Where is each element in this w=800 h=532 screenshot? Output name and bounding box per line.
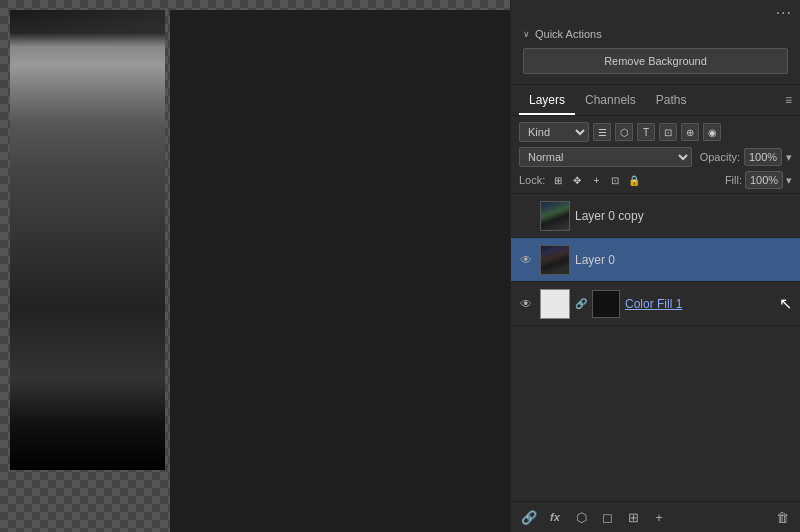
filter-icon-pixel[interactable]: ⬡ <box>615 123 633 141</box>
opacity-value[interactable]: 100% <box>744 148 782 166</box>
lock-label: Lock: <box>519 174 545 186</box>
canvas-dark-background <box>170 10 510 532</box>
filter-icon-list[interactable]: ☰ <box>593 123 611 141</box>
fill-value[interactable]: 100% <box>745 171 783 189</box>
thumb-photo-0 <box>541 246 569 274</box>
layer-list: 👁 Layer 0 copy 👁 Layer 0 👁 🔗 <box>511 194 800 501</box>
filter-kind-select[interactable]: Kind <box>519 122 589 142</box>
canvas-area <box>0 0 510 532</box>
layer-mask-colorfill1 <box>592 290 620 318</box>
toolbar-group-icon[interactable]: ⊞ <box>623 507 643 527</box>
layer-item-colorfill1[interactable]: 👁 🔗 Color Fill 1 ↖ <box>511 282 800 326</box>
panel-area: ··· ∨ Quick Actions Remove Background La… <box>510 0 800 532</box>
layer-thumbnail-colorfill1-white <box>540 289 570 319</box>
toolbar-new-layer-icon[interactable]: + <box>649 507 669 527</box>
canvas-photo <box>10 10 165 470</box>
opacity-chevron[interactable]: ▾ <box>786 151 792 164</box>
layers-panel: Layers Channels Paths ≡ Kind ☰ ⬡ T ⊡ ⊕ <box>511 85 800 532</box>
layer-thumbnail-layer0-copy <box>540 201 570 231</box>
thumb-photo-0copy <box>541 202 569 230</box>
tab-paths[interactable]: Paths <box>646 85 697 115</box>
collapse-arrow-icon[interactable]: ∨ <box>523 29 530 39</box>
photo-content <box>10 10 165 470</box>
fill-label: Fill: <box>725 174 742 186</box>
layer-name-layer0-copy: Layer 0 copy <box>575 209 794 223</box>
quick-actions-header: ∨ Quick Actions <box>523 28 788 40</box>
layers-tabs-row: Layers Channels Paths ≡ <box>511 85 800 116</box>
cursor-pointer-icon: ↖ <box>779 294 792 313</box>
layer-chain-icon: 🔗 <box>575 298 587 309</box>
lock-row: Lock: ⊞ ✥ + ⊡ 🔒 Fill: 100% ▾ <box>519 171 792 189</box>
layer-visibility-colorfill1[interactable]: 👁 <box>517 297 535 311</box>
toolbar-adjustment-icon[interactable]: ⬡ <box>571 507 591 527</box>
tab-layers[interactable]: Layers <box>519 85 575 115</box>
filter-icon-shape[interactable]: ⊡ <box>659 123 677 141</box>
toolbar-fx-icon[interactable]: fx <box>545 507 565 527</box>
layer-name-layer0: Layer 0 <box>575 253 794 267</box>
panel-top-bar: ··· <box>511 0 800 20</box>
filter-row: Kind ☰ ⬡ T ⊡ ⊕ ◉ <box>519 122 792 142</box>
tabs-menu-icon[interactable]: ≡ <box>785 93 792 107</box>
layer-item-layer0-copy[interactable]: 👁 Layer 0 copy <box>511 194 800 238</box>
lock-all-icon[interactable]: 🔒 <box>626 172 642 188</box>
blend-row: Normal Opacity: 100% ▾ <box>519 147 792 167</box>
layers-toolbar: 🔗 fx ⬡ ◻ ⊞ + 🗑 <box>511 501 800 532</box>
tab-channels[interactable]: Channels <box>575 85 646 115</box>
lock-position-icon[interactable]: ⊡ <box>607 172 623 188</box>
layer-visibility-layer0[interactable]: 👁 <box>517 253 535 267</box>
filter-icon-extra[interactable]: ◉ <box>703 123 721 141</box>
layer-controls: Kind ☰ ⬡ T ⊡ ⊕ ◉ Normal Opacity: 100% ▾ … <box>511 116 800 194</box>
toolbar-mask-icon[interactable]: ◻ <box>597 507 617 527</box>
layer-name-colorfill1: Color Fill 1 <box>625 297 794 311</box>
opacity-label: Opacity: <box>700 151 740 163</box>
quick-actions-title: Quick Actions <box>535 28 602 40</box>
panel-menu-dots[interactable]: ··· <box>776 4 792 16</box>
layer-item-layer0[interactable]: 👁 Layer 0 <box>511 238 800 282</box>
filter-icon-smart[interactable]: ⊕ <box>681 123 699 141</box>
fill-chevron[interactable]: ▾ <box>786 174 792 187</box>
filter-icon-type[interactable]: T <box>637 123 655 141</box>
quick-actions-panel: ∨ Quick Actions Remove Background <box>511 20 800 85</box>
remove-background-button[interactable]: Remove Background <box>523 48 788 74</box>
lock-move-icon[interactable]: ✥ <box>569 172 585 188</box>
layer-thumbnail-layer0 <box>540 245 570 275</box>
blend-mode-select[interactable]: Normal <box>519 147 692 167</box>
lock-artboard-icon[interactable]: + <box>588 172 604 188</box>
lock-checkerboard-icon[interactable]: ⊞ <box>550 172 566 188</box>
toolbar-link-icon[interactable]: 🔗 <box>519 507 539 527</box>
toolbar-delete-icon[interactable]: 🗑 <box>772 507 792 527</box>
